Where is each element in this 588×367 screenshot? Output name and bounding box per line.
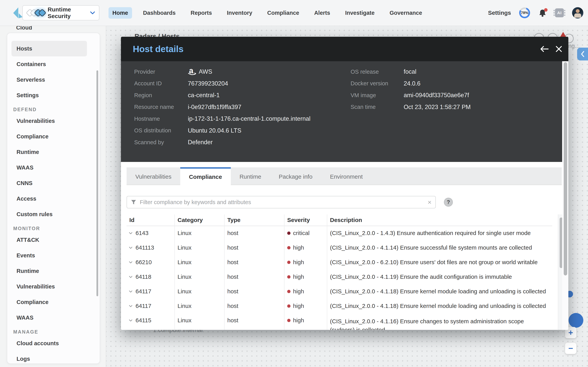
severity-dot-icon	[287, 290, 291, 293]
info-field: OS distribution a Ubuntu 20.04.6 LTS	[134, 125, 311, 137]
chevron-expand-icon[interactable]	[129, 261, 132, 263]
close-button[interactable]	[553, 43, 564, 54]
ai-assistant-button[interactable]: AI	[555, 8, 564, 17]
cell-description: (CIS_Linux_2.0.0 - 6.2.10) Ensure users'…	[327, 258, 552, 267]
cell-id: 641113	[126, 244, 174, 251]
nav-item[interactable]: Alerts	[310, 7, 334, 19]
table-row[interactable]: 64117 Linux host high (CIS_Linux_2.0.0 -…	[126, 299, 552, 313]
nav-item[interactable]: Inventory	[223, 7, 256, 19]
info-value: a i-0e927dfb1f9ffa397	[188, 104, 241, 111]
chevron-expand-icon[interactable]	[129, 290, 132, 292]
nav-item[interactable]: Home	[109, 7, 132, 19]
sidebar-item[interactable]: Hosts	[11, 41, 87, 56]
cell-type: host	[224, 303, 284, 309]
table-header: Id Category Type Severity Description	[126, 214, 552, 226]
sidebar-item[interactable]: Compliance	[11, 294, 87, 310]
filter-input[interactable]	[139, 199, 424, 206]
settings-link[interactable]: Settings	[488, 9, 511, 16]
tab[interactable]: Environment	[321, 167, 371, 185]
modal-scrollbar-track[interactable]	[562, 61, 568, 330]
nav-item[interactable]: Dashboards	[139, 7, 180, 19]
user-avatar[interactable]	[572, 7, 583, 18]
column-header-severity[interactable]: Severity	[284, 217, 327, 223]
sidebar-item[interactable]: Runtime	[11, 263, 87, 279]
help-chat-button[interactable]	[569, 313, 583, 328]
help-button[interactable]: ?	[444, 198, 453, 207]
product-selector[interactable]: Runtime Security	[22, 5, 99, 20]
sidebar-item[interactable]: CNNS	[11, 175, 87, 191]
column-header-category[interactable]: Category	[174, 217, 224, 223]
chevron-expand-icon[interactable]	[129, 305, 132, 307]
severity-dot-icon	[287, 232, 291, 235]
table-row[interactable]: 64118 Linux host high (CIS_Linux_2.0.0 -…	[126, 270, 552, 284]
sidebar-item[interactable]: Access	[11, 191, 87, 206]
table-body: 6143 Linux host critical (CIS_Linux_2.0.…	[126, 226, 552, 330]
collapse-panel-tab[interactable]	[577, 48, 588, 60]
modal-scrollbar-thumb[interactable]	[564, 62, 567, 275]
cell-description: (CIS_Linux_2.0.0 - 4.1.18) Ensure kernel…	[327, 287, 552, 296]
nav-item[interactable]: Governance	[386, 7, 426, 19]
progress-ring[interactable]: 78%	[519, 7, 530, 18]
cell-description: (CIS_Linux_2.0.0 - 1.4.3) Ensure authent…	[327, 229, 552, 237]
chevron-expand-icon[interactable]	[129, 247, 132, 249]
chevron-expand-icon[interactable]	[129, 319, 132, 322]
info-value: 24.0.6	[404, 80, 420, 87]
chevron-expand-icon[interactable]	[129, 232, 132, 234]
notifications-button[interactable]	[538, 8, 547, 17]
severity-dot-icon	[287, 304, 291, 308]
cell-description: (CIS_Linux_2.0.0 - 4.1.18) Ensure kernel…	[327, 302, 552, 310]
severity-dot-icon	[287, 246, 291, 249]
sidebar-scrollbar[interactable]	[96, 70, 98, 296]
cell-category: Linux	[174, 244, 224, 251]
sidebar-item[interactable]: Vulnerabilities	[11, 113, 87, 129]
sidebar-item[interactable]: WAAS	[11, 160, 87, 175]
table-row[interactable]: 6143 Linux host critical (CIS_Linux_2.0.…	[126, 226, 552, 240]
nav-item[interactable]: Compliance	[263, 7, 303, 19]
table-row[interactable]: 641113 Linux host high (CIS_Linux_2.0.0 …	[126, 241, 552, 254]
chevron-expand-icon[interactable]	[129, 276, 132, 278]
info-field: Provider a AWS	[134, 66, 311, 78]
clear-filter-icon[interactable]: ×	[428, 199, 431, 205]
cell-description: (CIS_Linux_2.0.0 - 4.1.19) Ensure the au…	[327, 273, 552, 281]
sidebar-item[interactable]: WAAS	[11, 310, 87, 325]
tab[interactable]: Compliance	[180, 167, 231, 185]
sidebar-item[interactable]: ATT&CK	[11, 232, 87, 248]
progress-ring-value: 78%	[521, 9, 529, 17]
sidebar-item[interactable]: Runtime	[11, 144, 87, 160]
nav-item[interactable]: Investigate	[341, 7, 378, 19]
sidebar-item[interactable]: Serverless	[11, 72, 87, 87]
nav-item[interactable]: Reports	[187, 7, 216, 19]
sidebar-item[interactable]: Cloud accounts	[11, 335, 87, 351]
info-label: VM image	[351, 92, 404, 99]
sidebar-item[interactable]: Custom rules	[11, 206, 87, 222]
column-header-type[interactable]: Type	[224, 217, 284, 223]
column-header-id[interactable]: Id	[126, 217, 174, 223]
tab[interactable]: Vulnerabilities	[126, 167, 180, 185]
table-row[interactable]: 64115 Linux host high (CIS_Linux_2.0.0 -…	[126, 314, 552, 330]
sidebar-item[interactable]: Logs	[11, 351, 87, 364]
compliance-table: Id Category Type Severity Description 61…	[126, 214, 552, 330]
ai-chip-label: AI	[557, 10, 562, 15]
info-label: Scanned by	[134, 139, 188, 146]
sidebar-item[interactable]: Events	[11, 248, 87, 263]
close-icon	[555, 45, 562, 52]
cell-type: host	[224, 288, 284, 295]
severity-dot-icon	[287, 275, 291, 279]
back-button[interactable]	[539, 43, 550, 54]
column-header-description[interactable]: Description	[327, 217, 552, 223]
sidebar-item[interactable]: Compliance	[11, 129, 87, 144]
sidebar-item[interactable]: Settings	[11, 87, 87, 103]
tab[interactable]: Runtime	[231, 167, 270, 185]
cell-category: Linux	[174, 288, 224, 295]
tab[interactable]: Package info	[270, 167, 321, 185]
table-row[interactable]: 66210 Linux host high (CIS_Linux_2.0.0 -…	[126, 256, 552, 269]
table-row[interactable]: 64117 Linux host high (CIS_Linux_2.0.0 -…	[126, 285, 552, 298]
sidebar-item[interactable]: Vulnerabilities	[11, 279, 87, 294]
zoom-out-button[interactable]: −	[565, 343, 576, 354]
sidebar: HostsContainersServerlessSettingsDEFENDV…	[7, 33, 100, 364]
cell-category: Linux	[174, 274, 224, 280]
filter-box[interactable]: ×	[126, 196, 436, 209]
info-value: a Defender	[188, 139, 213, 146]
sidebar-item[interactable]: Containers	[11, 56, 87, 72]
sidebar-list: HostsContainersServerlessSettingsDEFENDV…	[7, 33, 100, 364]
